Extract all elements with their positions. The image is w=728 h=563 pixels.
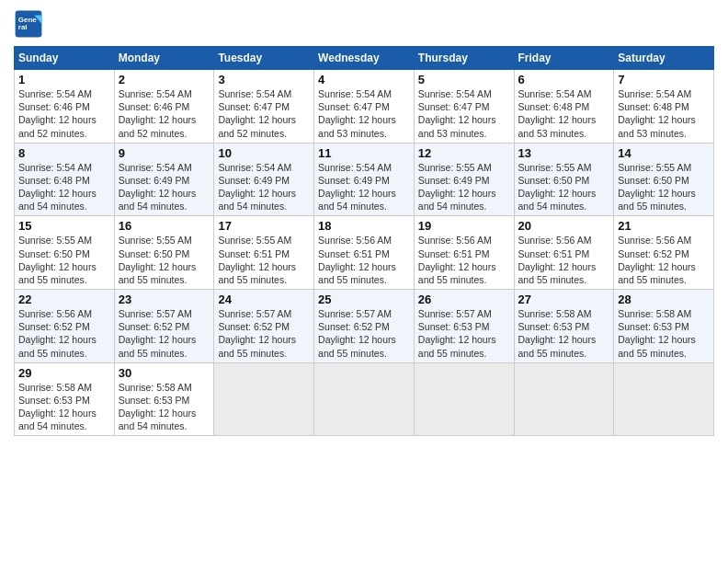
day-cell-18: 18 Sunrise: 5:56 AM Sunset: 6:51 PM Dayl… bbox=[314, 216, 415, 290]
day-info-19: Sunrise: 5:56 AM Sunset: 6:51 PM Dayligh… bbox=[418, 234, 510, 286]
day-info-5: Sunrise: 5:54 AM Sunset: 6:47 PM Dayligh… bbox=[418, 87, 510, 140]
day-cell-11: 11 Sunrise: 5:54 AM Sunset: 6:49 PM Dayl… bbox=[314, 143, 415, 216]
day-cell-8: 8 Sunrise: 5:54 AM Sunset: 6:48 PM Dayli… bbox=[15, 143, 115, 216]
day-info-10: Sunrise: 5:54 AM Sunset: 6:49 PM Dayligh… bbox=[218, 161, 310, 213]
header-friday: Friday bbox=[514, 47, 614, 70]
day-cell-16: 16 Sunrise: 5:55 AM Sunset: 6:50 PM Dayl… bbox=[114, 216, 214, 290]
day-info-3: Sunrise: 5:54 AM Sunset: 6:47 PM Dayligh… bbox=[218, 87, 310, 140]
day-number-20: 20 bbox=[518, 219, 610, 233]
day-info-28: Sunrise: 5:58 AM Sunset: 6:53 PM Dayligh… bbox=[618, 307, 710, 360]
day-info-14: Sunrise: 5:55 AM Sunset: 6:50 PM Dayligh… bbox=[618, 161, 710, 213]
day-cell-24: 24 Sunrise: 5:57 AM Sunset: 6:52 PM Dayl… bbox=[214, 290, 314, 363]
day-number-8: 8 bbox=[18, 146, 110, 160]
day-info-2: Sunrise: 5:54 AM Sunset: 6:46 PM Dayligh… bbox=[119, 87, 210, 140]
day-cell-17: 17 Sunrise: 5:55 AM Sunset: 6:51 PM Dayl… bbox=[214, 216, 314, 290]
day-cell-7: 7 Sunrise: 5:54 AM Sunset: 6:48 PM Dayli… bbox=[614, 70, 714, 144]
day-number-13: 13 bbox=[518, 146, 610, 160]
day-info-26: Sunrise: 5:57 AM Sunset: 6:53 PM Dayligh… bbox=[418, 307, 510, 360]
week-row-1: 8 Sunrise: 5:54 AM Sunset: 6:48 PM Dayli… bbox=[15, 143, 714, 216]
day-cell-14: 14 Sunrise: 5:55 AM Sunset: 6:50 PM Dayl… bbox=[614, 143, 714, 216]
day-info-27: Sunrise: 5:58 AM Sunset: 6:53 PM Dayligh… bbox=[518, 307, 610, 360]
empty-cell bbox=[514, 362, 614, 436]
day-info-29: Sunrise: 5:58 AM Sunset: 6:53 PM Dayligh… bbox=[18, 381, 110, 433]
day-number-30: 30 bbox=[119, 366, 210, 380]
day-cell-28: 28 Sunrise: 5:58 AM Sunset: 6:53 PM Dayl… bbox=[614, 290, 714, 363]
empty-cell bbox=[614, 362, 714, 436]
day-number-21: 21 bbox=[618, 219, 710, 233]
page-header: Gene ral bbox=[14, 9, 714, 39]
day-cell-5: 5 Sunrise: 5:54 AM Sunset: 6:47 PM Dayli… bbox=[414, 70, 514, 144]
day-number-14: 14 bbox=[618, 146, 710, 160]
day-info-7: Sunrise: 5:54 AM Sunset: 6:48 PM Dayligh… bbox=[618, 87, 710, 140]
empty-cell bbox=[214, 362, 314, 436]
day-cell-15: 15 Sunrise: 5:55 AM Sunset: 6:50 PM Dayl… bbox=[15, 216, 115, 290]
weekday-header-row: Sunday Monday Tuesday Wednesday Thursday… bbox=[15, 47, 714, 70]
day-number-3: 3 bbox=[218, 73, 310, 86]
day-info-4: Sunrise: 5:54 AM Sunset: 6:47 PM Dayligh… bbox=[318, 87, 410, 140]
week-row-2: 15 Sunrise: 5:55 AM Sunset: 6:50 PM Dayl… bbox=[15, 216, 714, 290]
day-info-22: Sunrise: 5:56 AM Sunset: 6:52 PM Dayligh… bbox=[18, 307, 110, 360]
day-cell-26: 26 Sunrise: 5:57 AM Sunset: 6:53 PM Dayl… bbox=[414, 290, 514, 363]
day-cell-2: 2 Sunrise: 5:54 AM Sunset: 6:46 PM Dayli… bbox=[114, 70, 214, 144]
day-number-9: 9 bbox=[119, 146, 210, 160]
day-info-1: Sunrise: 5:54 AM Sunset: 6:46 PM Dayligh… bbox=[18, 87, 110, 140]
day-cell-21: 21 Sunrise: 5:56 AM Sunset: 6:52 PM Dayl… bbox=[614, 216, 714, 290]
day-info-30: Sunrise: 5:58 AM Sunset: 6:53 PM Dayligh… bbox=[119, 381, 210, 433]
day-info-6: Sunrise: 5:54 AM Sunset: 6:48 PM Dayligh… bbox=[518, 87, 610, 140]
day-info-9: Sunrise: 5:54 AM Sunset: 6:49 PM Dayligh… bbox=[119, 161, 210, 213]
day-cell-30: 30 Sunrise: 5:58 AM Sunset: 6:53 PM Dayl… bbox=[114, 362, 214, 436]
day-number-24: 24 bbox=[218, 293, 310, 306]
day-info-12: Sunrise: 5:55 AM Sunset: 6:49 PM Dayligh… bbox=[418, 161, 510, 213]
day-number-23: 23 bbox=[119, 293, 210, 306]
day-cell-10: 10 Sunrise: 5:54 AM Sunset: 6:49 PM Dayl… bbox=[214, 143, 314, 216]
day-cell-25: 25 Sunrise: 5:57 AM Sunset: 6:52 PM Dayl… bbox=[314, 290, 415, 363]
empty-cell bbox=[414, 362, 514, 436]
day-number-29: 29 bbox=[18, 366, 110, 380]
day-cell-27: 27 Sunrise: 5:58 AM Sunset: 6:53 PM Dayl… bbox=[514, 290, 614, 363]
day-cell-3: 3 Sunrise: 5:54 AM Sunset: 6:47 PM Dayli… bbox=[214, 70, 314, 144]
day-info-18: Sunrise: 5:56 AM Sunset: 6:51 PM Dayligh… bbox=[318, 234, 410, 286]
day-number-4: 4 bbox=[318, 73, 410, 86]
day-number-15: 15 bbox=[18, 219, 110, 233]
header-thursday: Thursday bbox=[414, 47, 514, 70]
day-number-5: 5 bbox=[418, 73, 510, 86]
svg-text:ral: ral bbox=[18, 23, 28, 31]
week-row-4: 29 Sunrise: 5:58 AM Sunset: 6:53 PM Dayl… bbox=[15, 362, 714, 436]
calendar-table: Sunday Monday Tuesday Wednesday Thursday… bbox=[14, 46, 714, 436]
header-sunday: Sunday bbox=[15, 47, 115, 70]
day-number-28: 28 bbox=[618, 293, 710, 306]
header-wednesday: Wednesday bbox=[314, 47, 415, 70]
day-number-10: 10 bbox=[218, 146, 310, 160]
day-cell-4: 4 Sunrise: 5:54 AM Sunset: 6:47 PM Dayli… bbox=[314, 70, 415, 144]
day-info-8: Sunrise: 5:54 AM Sunset: 6:48 PM Dayligh… bbox=[18, 161, 110, 213]
day-number-18: 18 bbox=[318, 219, 410, 233]
day-number-26: 26 bbox=[418, 293, 510, 306]
day-info-15: Sunrise: 5:55 AM Sunset: 6:50 PM Dayligh… bbox=[18, 234, 110, 286]
day-cell-6: 6 Sunrise: 5:54 AM Sunset: 6:48 PM Dayli… bbox=[514, 70, 614, 144]
day-cell-1: 1 Sunrise: 5:54 AM Sunset: 6:46 PM Dayli… bbox=[15, 70, 115, 144]
day-cell-13: 13 Sunrise: 5:55 AM Sunset: 6:50 PM Dayl… bbox=[514, 143, 614, 216]
day-cell-19: 19 Sunrise: 5:56 AM Sunset: 6:51 PM Dayl… bbox=[414, 216, 514, 290]
day-cell-12: 12 Sunrise: 5:55 AM Sunset: 6:49 PM Dayl… bbox=[414, 143, 514, 216]
empty-cell bbox=[314, 362, 415, 436]
logo: Gene ral bbox=[14, 9, 47, 39]
day-number-1: 1 bbox=[18, 73, 110, 86]
header-saturday: Saturday bbox=[614, 47, 714, 70]
day-cell-22: 22 Sunrise: 5:56 AM Sunset: 6:52 PM Dayl… bbox=[15, 290, 115, 363]
day-cell-23: 23 Sunrise: 5:57 AM Sunset: 6:52 PM Dayl… bbox=[114, 290, 214, 363]
day-number-27: 27 bbox=[518, 293, 610, 306]
week-row-0: 1 Sunrise: 5:54 AM Sunset: 6:46 PM Dayli… bbox=[15, 70, 714, 144]
day-number-11: 11 bbox=[318, 146, 410, 160]
day-info-13: Sunrise: 5:55 AM Sunset: 6:50 PM Dayligh… bbox=[518, 161, 610, 213]
logo-icon: Gene ral bbox=[14, 9, 43, 39]
day-number-16: 16 bbox=[119, 219, 210, 233]
day-info-16: Sunrise: 5:55 AM Sunset: 6:50 PM Dayligh… bbox=[119, 234, 210, 286]
day-info-17: Sunrise: 5:55 AM Sunset: 6:51 PM Dayligh… bbox=[218, 234, 310, 286]
day-number-17: 17 bbox=[218, 219, 310, 233]
day-number-12: 12 bbox=[418, 146, 510, 160]
day-info-23: Sunrise: 5:57 AM Sunset: 6:52 PM Dayligh… bbox=[119, 307, 210, 360]
day-number-25: 25 bbox=[318, 293, 410, 306]
day-info-21: Sunrise: 5:56 AM Sunset: 6:52 PM Dayligh… bbox=[618, 234, 710, 286]
header-monday: Monday bbox=[114, 47, 214, 70]
day-cell-20: 20 Sunrise: 5:56 AM Sunset: 6:51 PM Dayl… bbox=[514, 216, 614, 290]
